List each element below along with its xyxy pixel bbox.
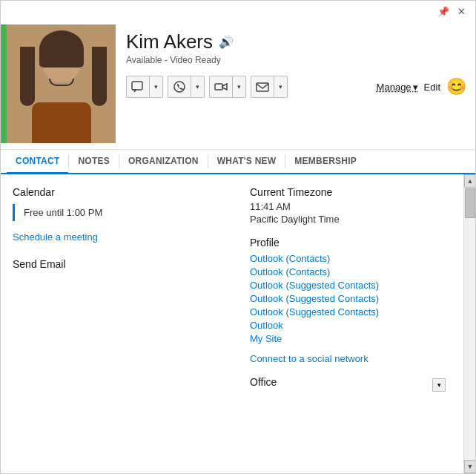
- profile-link-2[interactable]: Outlook (Suggested Contacts): [250, 280, 446, 291]
- avatar-image: [7, 24, 116, 143]
- status-bar: [1, 24, 7, 143]
- title-bar: 📌 ✕: [1, 1, 475, 22]
- body: [32, 102, 91, 143]
- video-button[interactable]: [209, 76, 233, 98]
- calendar-free-text: Free until 1:00 PM: [13, 204, 226, 221]
- smiley-icon[interactable]: 😊: [446, 77, 466, 96]
- call-button[interactable]: [168, 76, 191, 98]
- svg-point-1: [174, 82, 185, 92]
- name-row: Kim Akers 🔊: [126, 30, 466, 53]
- office-title: Office: [250, 376, 277, 388]
- profile-link-5[interactable]: Outlook: [250, 320, 446, 331]
- action-buttons-row: ▾ ▾: [126, 76, 466, 98]
- content-area: Calendar Free until 1:00 PM Schedule a m…: [1, 174, 475, 473]
- timezone-time: 11:41 AM: [250, 201, 446, 212]
- tab-contact[interactable]: CONTACT: [7, 150, 68, 174]
- profile-links: Outlook (Contacts) Outlook (Contacts) Ou…: [250, 253, 446, 344]
- svg-rect-3: [257, 83, 268, 91]
- close-button[interactable]: ✕: [453, 3, 469, 19]
- video-btn-group: ▾: [209, 76, 246, 98]
- manage-edit-row: Manage ▾ Edit 😊: [377, 77, 466, 96]
- video-dropdown[interactable]: ▾: [233, 76, 246, 98]
- timezone-name: Pacific Daylight Time: [250, 214, 446, 225]
- email-dropdown[interactable]: ▾: [274, 76, 288, 98]
- profile-link-6[interactable]: My Site: [250, 333, 446, 344]
- tabs-bar: CONTACT NOTES ORGANIZATION WHAT'S NEW ME…: [1, 150, 475, 174]
- hair-left: [20, 47, 35, 106]
- profile-link-0[interactable]: Outlook (Contacts): [250, 253, 446, 264]
- calendar-title: Calendar: [13, 186, 226, 198]
- schedule-meeting-link[interactable]: Schedule a meeting: [13, 231, 98, 243]
- profile-link-4[interactable]: Outlook (Suggested Contacts): [250, 306, 446, 317]
- tab-notes[interactable]: NOTES: [69, 150, 119, 174]
- profile-info: Kim Akers 🔊 Available - Video Ready ▾: [116, 24, 466, 98]
- chat-dropdown[interactable]: ▾: [150, 76, 163, 98]
- email-btn-group: ▾: [251, 76, 288, 98]
- left-column: Calendar Free until 1:00 PM Schedule a m…: [1, 174, 238, 473]
- profile-title: Profile: [250, 237, 446, 248]
- tab-membership[interactable]: MEMBERSHIP: [285, 150, 366, 174]
- scrollbar-track: ▲ ▼: [463, 174, 475, 473]
- send-email-title: Send Email: [13, 258, 226, 270]
- edit-button[interactable]: Edit: [424, 82, 440, 93]
- connect-social-link[interactable]: Connect to a social network: [250, 353, 446, 364]
- hair: [39, 30, 84, 68]
- scrollbar-up[interactable]: ▲: [464, 174, 475, 188]
- contact-name: Kim Akers: [126, 30, 213, 53]
- send-email-section: Send Email: [13, 258, 226, 270]
- call-btn-group: ▾: [168, 76, 205, 98]
- pin-button[interactable]: 📌: [435, 3, 452, 19]
- call-dropdown[interactable]: ▾: [191, 76, 205, 98]
- tab-organization[interactable]: ORGANIZATION: [119, 150, 208, 174]
- manage-button[interactable]: Manage ▾: [377, 82, 418, 93]
- svg-rect-0: [132, 82, 142, 90]
- office-section: Office ▾: [250, 376, 446, 394]
- office-dropdown-arrow[interactable]: ▾: [432, 378, 446, 392]
- timezone-title: Current Timezone: [250, 186, 446, 198]
- chat-btn-group: ▾: [126, 76, 163, 98]
- scrollbar-thumb[interactable]: [465, 188, 475, 218]
- email-button[interactable]: [251, 76, 274, 98]
- scrollbar-down[interactable]: ▼: [464, 460, 475, 473]
- profile-link-1[interactable]: Outlook (Contacts): [250, 266, 446, 277]
- necklace: [49, 79, 74, 86]
- profile-link-3[interactable]: Outlook (Suggested Contacts): [250, 293, 446, 304]
- contact-card-window: 📌 ✕ Kim Akers 🔊 Available - Video Read: [0, 0, 476, 474]
- avatar: [1, 24, 116, 143]
- office-header: Office ▾: [250, 376, 446, 394]
- chat-button[interactable]: [126, 76, 150, 98]
- svg-rect-2: [215, 84, 222, 90]
- status-text: Available - Video Ready: [126, 55, 466, 65]
- speaker-icon[interactable]: 🔊: [219, 35, 234, 49]
- right-column: Current Timezone 11:41 AM Pacific Daylig…: [238, 174, 475, 473]
- hair-right: [92, 47, 107, 106]
- tab-whats-new[interactable]: WHAT'S NEW: [208, 150, 285, 174]
- profile-header: Kim Akers 🔊 Available - Video Ready ▾: [1, 22, 475, 150]
